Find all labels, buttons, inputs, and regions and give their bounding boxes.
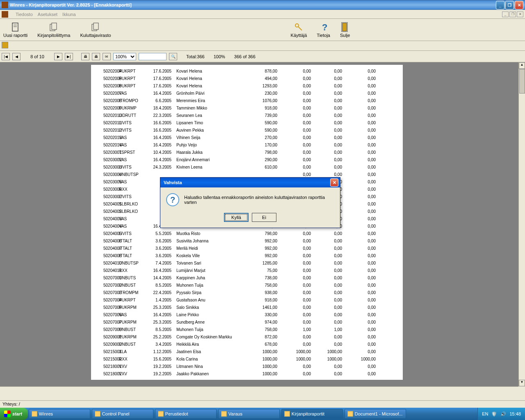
mdi-restore[interactable]: ❐: [509, 11, 516, 17]
taskbar: start WinresControl PanelPerustiedotVara…: [0, 408, 525, 420]
document-stack-icon: [49, 22, 59, 32]
taskbar-item[interactable]: Control Panel: [92, 409, 153, 419]
clock[interactable]: 15:48: [509, 411, 521, 416]
door-icon: [340, 22, 350, 32]
table-row: 50207006VAS16.4.2005Laine Pirkko330,000,…: [91, 311, 403, 318]
app-icon: [2, 2, 8, 8]
table-row: 50204005LIVITS5.5.2005Muotka Risto798,00…: [91, 230, 403, 237]
menu-asetukset[interactable]: Asetukset: [38, 12, 57, 17]
taskbar-item[interactable]: Kirjanpitoraportit: [281, 409, 343, 419]
table-row: 50207003ITROMPM22.4.2005Pyysalo Sirpa938…: [91, 289, 403, 296]
scroll-up-icon[interactable]: ▲: [519, 62, 525, 69]
table-row: 50203003LIVITS24.3.2005Kivinen Leena610,…: [91, 163, 403, 171]
mdi-minimize[interactable]: _: [502, 11, 509, 17]
dialog-title: Vahvista: [162, 180, 330, 185]
svg-point-7: [295, 24, 299, 27]
menu-ikkuna[interactable]: Ikkuna: [62, 12, 75, 17]
taskbar-item[interactable]: Perustiedot: [155, 409, 217, 419]
taskbar-item[interactable]: Document1 - Microsof...: [345, 409, 406, 419]
range-label: 366 of 366: [234, 54, 256, 59]
tietoja-button[interactable]: ? Tietoja: [317, 22, 330, 38]
svg-rect-0: [12, 23, 18, 31]
menu-tiedosto[interactable]: Tiedosto: [16, 12, 33, 17]
table-row: 50202007VAS16.4.2005Grönholm Päivi230,00…: [91, 89, 403, 97]
table-row: 50207004PUKRPT1.4.2005Gustafsson Anu918,…: [91, 296, 403, 304]
taskbar-item[interactable]: Varaus: [218, 409, 280, 419]
svg-rect-4: [52, 23, 57, 30]
confirm-dialog: Vahvista ✕ ? Haluatko tallentaa ennakkor…: [160, 177, 340, 228]
toolbar: Uusi raportti Kirjanpitoliittyma Kulutta…: [0, 19, 525, 41]
menubar: Tiedosto Asetukset Ikkuna _ ❐ ✕: [0, 10, 525, 19]
table-row: 50204008ITTALT3.6.2005Koskela Ville992,0…: [91, 252, 403, 259]
table-row: 50202013VAS16.4.2005Vihinen Seija270,000…: [91, 134, 403, 141]
horizontal-scrollbar[interactable]: [0, 386, 518, 392]
table-row: 50209002UNBUST3.4.2005Heikkilä Aira678,0…: [91, 340, 403, 348]
restore-button[interactable]: ❐: [505, 1, 514, 9]
start-button[interactable]: start: [0, 408, 28, 420]
table-row: 50203001TSPRST10.4.2005Haarala Jukka798,…: [91, 148, 403, 156]
report-navbar: |◀ ◀ 8 of 10 ▶ ▶| 🖶 🖶 ✉ 100% 🔍 Total:366…: [0, 51, 525, 62]
prev-page-button[interactable]: ◀: [12, 53, 21, 60]
table-row: 50218002VXV19.2.2005Jaakko Pakkanen1000,…: [91, 370, 403, 377]
window-title: Winres - Kirjanpitoraportit Ver. 2.8025 …: [10, 2, 496, 7]
mdi-close[interactable]: ✕: [517, 11, 523, 17]
last-page-button[interactable]: ▶|: [65, 53, 73, 60]
table-row: 50204010UNBUTSP7.4.2005Toivanen Sari1285…: [91, 259, 403, 267]
table-row: 50215001XLA1.12.2005Jaatinen Elsa1000,00…: [91, 348, 403, 355]
next-page-button[interactable]: ▶: [54, 53, 62, 60]
table-row: 50204007ITTALT3.6.2005Merilä Heidi992,00…: [91, 244, 403, 252]
scroll-thumb[interactable]: [519, 69, 525, 94]
find-button[interactable]: 🔍: [169, 53, 177, 60]
minimize-button[interactable]: _: [496, 1, 504, 9]
table-row: 50207007PUKRPM25.3.2005Sundberg Anne974,…: [91, 318, 403, 326]
zoom-select[interactable]: 100%: [113, 53, 136, 60]
table-row: 50215002RXX15.6.2005Kola Carina1000,0010…: [91, 355, 403, 363]
tray-icon[interactable]: 🛡️: [491, 411, 497, 417]
folder-icon[interactable]: [2, 42, 8, 48]
svg-line-8: [298, 27, 302, 30]
question-icon: ?: [319, 22, 329, 32]
table-row: 50202005PUKRPT17.6.2005Kovari Helena494,…: [91, 75, 403, 82]
pct-label: 100%: [214, 54, 225, 59]
export-button[interactable]: ✉: [103, 53, 111, 60]
table-row: 50203002VAS16.4.2005Enojärvi Annemari290…: [91, 156, 403, 163]
yes-button[interactable]: Kyllä: [224, 213, 249, 222]
table-row: 50202008ITROMPO6.6.2005Merenmies Eira107…: [91, 97, 403, 104]
kayttaja-button[interactable]: Käyttäjä: [291, 22, 307, 38]
printer-setup-button[interactable]: 🖶: [92, 53, 100, 60]
vertical-scrollbar[interactable]: ▲ ▼: [518, 62, 525, 386]
print-button[interactable]: 🖶: [81, 53, 89, 60]
kuluttaja-button[interactable]: Kuluttajavirasto: [80, 22, 111, 38]
dialog-close-button[interactable]: ✕: [330, 178, 338, 187]
table-row: 50202012LIVITS16.6.2005Auvinen Pekka590,…: [91, 126, 403, 134]
key-icon: [294, 22, 304, 32]
kirjanpito-button[interactable]: Kirjanpitoliittyma: [37, 22, 70, 38]
page-info: 8 of 10: [23, 54, 52, 59]
svg-rect-6: [94, 23, 98, 30]
svg-rect-10: [342, 23, 347, 31]
table-row: 50202009PUKRMP18.4.2005Tamminen Mikko918…: [91, 104, 403, 112]
document-icon: [11, 22, 21, 32]
uusi-raportti-button[interactable]: Uusi raportti: [3, 22, 27, 38]
taskbar-item[interactable]: Winres: [29, 409, 90, 419]
lang-indicator[interactable]: EN: [482, 411, 488, 416]
first-page-button[interactable]: |◀: [2, 53, 10, 60]
scroll-down-icon[interactable]: ▼: [519, 380, 525, 386]
sulje-button[interactable]: Sulje: [340, 22, 350, 38]
dialog-titlebar: Vahvista ✕: [160, 178, 340, 187]
search-input[interactable]: [139, 53, 167, 60]
table-row: 50209001PUKRPM25.2.2005Comgate Oy Koskin…: [91, 333, 403, 340]
system-tray[interactable]: EN 🛡️ 🔊 15:48: [477, 408, 525, 420]
tray-icon[interactable]: 🔊: [500, 411, 506, 417]
table-row: 50218001VXV19.2.2005Litmanen Nina1000,00…: [91, 363, 403, 370]
table-row: 50202010LIDRUTT22.3.2005Seuranen Lea739,…: [91, 112, 403, 119]
no-button[interactable]: Ei: [252, 213, 276, 222]
smallbar: [0, 41, 525, 51]
table-row: 50207008UNBUST8.5.2005Muhonen Tuija758,0…: [91, 326, 403, 333]
table-row: 50207001UNBUTS14.4.2005Karppinen Juha738…: [91, 274, 403, 281]
question-icon: ?: [166, 193, 179, 206]
titlebar: Winres - Kirjanpitoraportit Ver. 2.8025 …: [0, 0, 525, 10]
dialog-text: Haluatko tallentaa ennakkoraportin ainei…: [184, 193, 334, 206]
table-row: 50204006ITTALT3.6.2005Susiviita Johanna9…: [91, 237, 403, 244]
close-button[interactable]: ✕: [515, 1, 523, 9]
